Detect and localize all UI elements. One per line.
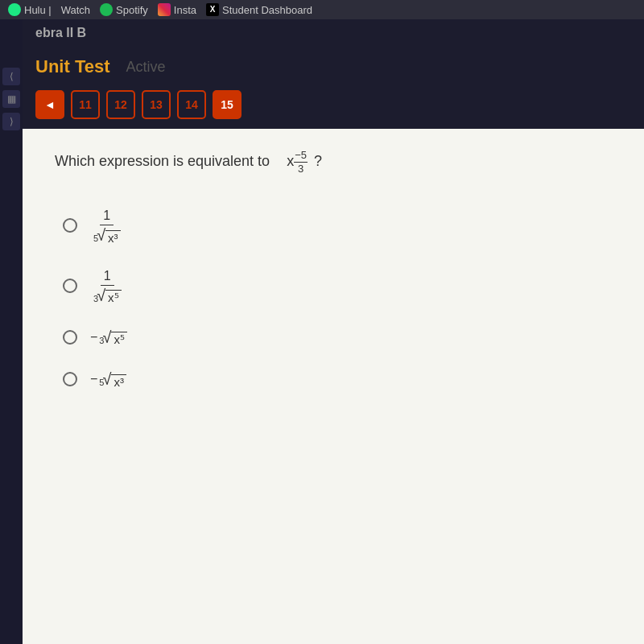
negative-sign-c: − (90, 330, 97, 345)
question-nav-12[interactable]: 12 (106, 90, 135, 119)
frac-b: 1 3 √ x⁵ (90, 269, 125, 303)
nth-root-b: 3 √ x⁵ (93, 287, 122, 303)
frac-a-denominator: 5 √ x³ (90, 225, 124, 243)
root-radicand-d: x³ (111, 374, 126, 389)
answer-option-b[interactable]: 1 3 √ x⁵ (63, 269, 612, 303)
question-stem: Which expression is equivalent to (55, 153, 270, 170)
nth-root-a: 5 √ x³ (93, 227, 121, 243)
root-radicand-c: x⁵ (111, 332, 127, 347)
radio-d[interactable] (63, 372, 77, 386)
question-nav-11[interactable]: 11 (71, 90, 100, 119)
answer-option-c[interactable]: − 3 √ x⁵ (63, 329, 612, 345)
math-answer-b: 1 3 √ x⁵ (90, 269, 125, 303)
nth-root-d: 5 √ x³ (99, 371, 126, 387)
radio-b[interactable] (63, 279, 77, 293)
page-area: ebra II B Unit Test Active ◄ 11 12 13 14… (23, 19, 644, 644)
question-nav-13[interactable]: 13 (142, 90, 171, 119)
frac-a: 1 5 √ x³ (90, 208, 124, 243)
root-radicand-b: x⁵ (105, 290, 122, 305)
watch-label: Watch (61, 4, 90, 16)
insta-icon (158, 3, 171, 16)
spotify-icon (100, 3, 113, 16)
dashboard-label: Student Dashboard (222, 4, 312, 16)
insta-tab[interactable]: Insta (158, 3, 196, 16)
answer-options: 1 5 √ x³ (63, 208, 612, 387)
student-dashboard-tab[interactable]: X Student Dashboard (206, 3, 312, 16)
browser-bar: Hulu | Watch Spotify Insta X Student Das… (0, 0, 644, 19)
question-content: Which expression is equivalent to x −5 3… (23, 129, 644, 644)
radio-a[interactable] (63, 218, 77, 233)
root-index-d: 5 (99, 378, 104, 387)
question-nav: ◄ 11 12 13 14 15 (23, 84, 644, 126)
question-expression: x −5 3 (287, 153, 308, 176)
top-nav: ebra II B (23, 19, 644, 47)
unit-test-header: Unit Test Active (23, 47, 644, 84)
negative-sign-d: − (90, 372, 97, 386)
root-index-c: 3 (99, 336, 104, 345)
spotify-tab[interactable]: Spotify (100, 3, 148, 16)
frac-b-denominator: 3 √ x⁵ (90, 286, 125, 303)
math-answer-c: − 3 √ x⁵ (90, 329, 127, 345)
question-mark: ? (314, 153, 322, 170)
nav-back-button[interactable]: ◄ (35, 90, 64, 119)
hulu-label: Hulu | (24, 4, 52, 16)
negative-root-d: − 5 √ x³ (90, 371, 126, 387)
x-icon: X (206, 3, 219, 16)
root-index-a: 5 (93, 233, 98, 243)
nth-root-c: 3 √ x⁵ (99, 329, 127, 345)
exponent-denominator: 3 (297, 163, 304, 175)
frac-a-numerator: 1 (100, 208, 114, 225)
tool-icon-3[interactable]: ⟩ (2, 113, 20, 130)
hulu-icon (8, 3, 21, 16)
unit-test-title: Unit Test (35, 56, 109, 77)
insta-label: Insta (174, 4, 196, 16)
sidebar-tools: ⟨ ▦ ⟩ (0, 19, 23, 644)
hulu-tab[interactable]: Hulu | (8, 3, 52, 16)
tool-icon-calculator[interactable]: ▦ (2, 90, 20, 108)
radio-c[interactable] (63, 330, 77, 345)
exponent-numerator: −5 (294, 150, 308, 163)
root-index-b: 3 (93, 294, 98, 303)
math-answer-a: 1 5 √ x³ (90, 208, 124, 243)
spotify-label: Spotify (116, 4, 148, 16)
main-content: ebra II B Unit Test Active ◄ 11 12 13 14… (0, 19, 644, 644)
active-status-badge: Active (126, 59, 165, 76)
root-radicand-a: x³ (105, 230, 121, 245)
negative-root-c: − 3 √ x⁵ (90, 329, 127, 345)
question-nav-14[interactable]: 14 (177, 90, 206, 119)
math-answer-d: − 5 √ x³ (90, 371, 126, 387)
question-nav-15[interactable]: 15 (213, 90, 242, 119)
question-text: Which expression is equivalent to x −5 3… (55, 153, 612, 176)
answer-option-d[interactable]: − 5 √ x³ (63, 371, 612, 387)
breadcrumb: ebra II B (35, 26, 86, 40)
watch-tab[interactable]: Watch (61, 4, 90, 16)
tool-icon-1[interactable]: ⟨ (2, 68, 20, 85)
frac-b-numerator: 1 (101, 269, 114, 286)
exponent-frac: −5 3 (294, 150, 308, 176)
answer-option-a[interactable]: 1 5 √ x³ (63, 208, 612, 243)
